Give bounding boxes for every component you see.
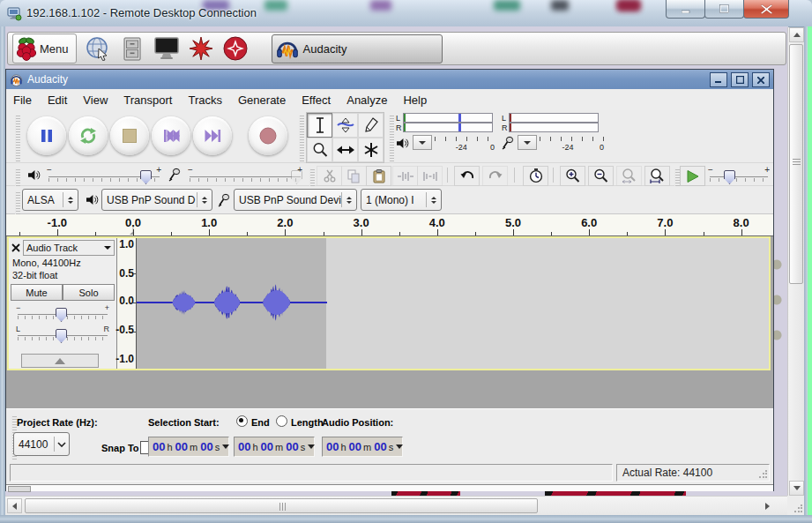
stop-button[interactable]: [110, 116, 149, 155]
pause-button[interactable]: [27, 116, 66, 155]
silence-audio-button[interactable]: [417, 166, 443, 186]
fit-project-button[interactable]: [644, 166, 670, 186]
multi-tool-button[interactable]: [358, 138, 384, 162]
device-toolbar-grip[interactable]: [15, 191, 20, 214]
recording-volume-slider[interactable]: − +: [188, 166, 302, 185]
zoom-out-button[interactable]: [588, 166, 614, 186]
scroll-down-button[interactable]: [789, 481, 804, 496]
recording-channels-select[interactable]: 1 (Mono) I: [361, 189, 442, 211]
trim-audio-button[interactable]: [392, 166, 418, 186]
length-radio[interactable]: [276, 415, 287, 427]
redo-button[interactable]: [482, 166, 508, 186]
menu-button[interactable]: Menu: [12, 34, 77, 64]
menu-generate[interactable]: Generate: [230, 93, 294, 107]
menu-tracks[interactable]: Tracks: [180, 93, 230, 107]
track-vertical-ruler[interactable]: 1.0 0.5 0.0 -0.5 -1.0: [117, 238, 137, 369]
solo-button[interactable]: Solo: [63, 284, 115, 301]
cut-button[interactable]: [317, 166, 342, 186]
undo-button[interactable]: [454, 166, 480, 186]
menu-file[interactable]: File: [6, 93, 40, 107]
terminal-launcher[interactable]: [153, 34, 180, 63]
timeline-ruler[interactable]: -1.00.01.02.03.04.05.06.07.08.0: [6, 214, 773, 236]
minimize-button[interactable]: [666, 0, 705, 19]
playback-meter-dropdown[interactable]: [413, 135, 432, 150]
timeshift-tool-button[interactable]: [332, 138, 358, 162]
skip-to-start-button[interactable]: [152, 116, 190, 155]
transport-toolbar-grip[interactable]: [15, 116, 20, 161]
playback-meter[interactable]: L R: [396, 113, 496, 161]
audacity-hscroll-thumb[interactable]: [8, 486, 31, 492]
rdp-hscroll-thumb[interactable]: [25, 498, 538, 513]
end-radio[interactable]: [236, 415, 248, 427]
rdp-titlebar[interactable]: 192.168.1.102 - Remote Desktop Connectio…: [0, 0, 812, 27]
rdp-vscroll-thumb[interactable]: [789, 44, 803, 284]
menu-effect[interactable]: Effect: [294, 93, 339, 107]
audacity-horizontal-scrollbar[interactable]: [6, 484, 773, 491]
audio-host-select[interactable]: ALSA: [22, 189, 78, 211]
project-rate-select[interactable]: 44100: [13, 432, 70, 456]
playback-speed-slider[interactable]: − +: [708, 166, 770, 185]
tools-toolbar-grip[interactable]: [299, 116, 304, 161]
play-button[interactable]: [69, 116, 108, 155]
menu-analyze[interactable]: Analyze: [339, 93, 395, 107]
zoom-tool-button[interactable]: [307, 138, 332, 162]
dropdown-arrow-icon: [419, 141, 426, 145]
playback-speed-thumb[interactable]: [724, 170, 735, 184]
playback-device-select[interactable]: USB PnP Sound D: [101, 189, 212, 211]
audacity-minimize-button[interactable]: [710, 72, 727, 87]
copy-button[interactable]: [341, 166, 367, 186]
envelope-tool-button[interactable]: [332, 113, 358, 138]
play-at-speed-button[interactable]: [680, 166, 705, 186]
track-pan-slider[interactable]: L R: [16, 325, 109, 343]
cut-icon: [324, 169, 336, 183]
meter-toolbar-grip[interactable]: [389, 116, 394, 161]
scroll-right-button[interactable]: [760, 498, 775, 513]
menu-transport[interactable]: Transport: [115, 93, 180, 107]
recording-meter-right-bar: [509, 123, 599, 132]
draw-tool-button[interactable]: [358, 113, 384, 138]
track-title-menu[interactable]: Audio Track: [23, 240, 115, 256]
close-button[interactable]: [743, 0, 789, 19]
file-manager-launcher[interactable]: [119, 34, 145, 63]
mute-button[interactable]: Mute: [11, 284, 63, 301]
audacity-close-button[interactable]: [752, 72, 770, 87]
record-button[interactable]: [249, 116, 287, 155]
audio-position-field[interactable]: 00h00m00s: [322, 437, 403, 457]
rdp-vertical-scrollbar[interactable]: [787, 27, 804, 496]
paste-button[interactable]: [366, 166, 391, 186]
selection-end-field[interactable]: 00h00m00s: [234, 437, 315, 457]
waveform-display[interactable]: [137, 238, 769, 369]
zoom-in-button[interactable]: [560, 166, 585, 186]
track-collapse-button[interactable]: [21, 354, 99, 368]
track-gain-slider[interactable]: − +: [16, 304, 109, 322]
mixer-toolbar-grip[interactable]: [15, 168, 20, 186]
audacity-titlebar[interactable]: Audacity: [6, 70, 773, 89]
scroll-left-button[interactable]: [7, 498, 22, 513]
playback-volume-thumb[interactable]: [140, 170, 152, 184]
menu-edit[interactable]: Edit: [40, 93, 75, 107]
pan-thumb[interactable]: [56, 329, 67, 343]
wolfram-launcher[interactable]: [222, 34, 249, 63]
fit-selection-button[interactable]: [616, 166, 642, 186]
edit-toolbar-grip[interactable]: [309, 168, 315, 186]
sync-lock-button[interactable]: [523, 166, 548, 186]
scroll-up-button[interactable]: [789, 27, 804, 42]
recording-meter-dropdown[interactable]: [518, 135, 537, 150]
menu-view[interactable]: View: [75, 93, 115, 107]
recording-volume-thumb[interactable]: [291, 170, 302, 184]
playback-volume-slider[interactable]: − +: [47, 166, 161, 185]
selection-tool-button[interactable]: [307, 113, 332, 138]
selection-start-field[interactable]: 00h00m00s: [148, 437, 229, 457]
recording-meter[interactable]: L R -: [502, 113, 606, 161]
track-close-icon[interactable]: [11, 243, 21, 253]
web-browser-launcher[interactable]: [85, 34, 111, 63]
mathematica-launcher[interactable]: [188, 34, 214, 63]
recording-device-select[interactable]: USB PnP Sound Devic: [234, 189, 357, 211]
maximize-button[interactable]: [704, 0, 744, 19]
gain-thumb[interactable]: [56, 308, 67, 322]
rdp-horizontal-scrollbar[interactable]: [5, 496, 787, 515]
taskbar-audacity-button[interactable]: Audacity: [272, 34, 443, 64]
skip-to-end-button[interactable]: [193, 116, 232, 155]
audacity-maximize-button[interactable]: [731, 72, 749, 87]
menu-help[interactable]: Help: [395, 93, 435, 107]
